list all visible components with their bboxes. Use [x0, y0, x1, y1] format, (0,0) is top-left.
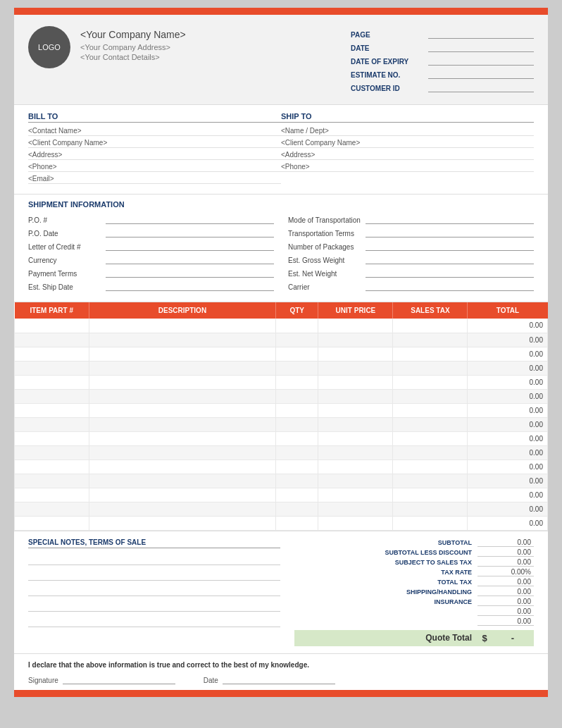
totals-label: SUBTOTAL LESS DISCOUNT [294, 549, 477, 556]
quote-total-row: Quote Total$- [294, 630, 534, 646]
shipment-section: SHIPMENT INFORMATION P.O. #P.O. DateLett… [14, 195, 548, 302]
table-cell-total: 0.00 [468, 502, 548, 516]
totals-row: TAX RATE0.00% [294, 568, 534, 576]
table-cell [275, 319, 318, 333]
table-cell [275, 347, 318, 361]
table-cell-total: 0.00 [468, 403, 548, 417]
table-cell-total: 0.00 [468, 319, 548, 333]
table-cell-total: 0.00 [468, 333, 548, 347]
company-address: <Your Company Address> [80, 43, 186, 51]
table-cell-total: 0.00 [468, 347, 548, 361]
header-field-value-line [428, 42, 534, 52]
table-cell [393, 347, 468, 361]
header-field-date: DATE [351, 42, 534, 52]
table-row: 0.00 [15, 445, 548, 459]
table-cell-total: 0.00 [468, 488, 548, 502]
table-cell [89, 474, 275, 488]
totals-col: SUBTOTAL0.00SUBTOTAL LESS DISCOUNT0.00SU… [294, 538, 534, 646]
shipment-left-row: P.O. Date [28, 228, 274, 237]
shipment-value-line [366, 281, 534, 291]
table-cell [318, 403, 393, 417]
totals-label: SUBJECT TO SALES TAX [294, 559, 477, 566]
shipment-title: SHIPMENT INFORMATION [28, 200, 534, 209]
totals-label: INSURANCE [294, 598, 477, 605]
table-row: 0.00 [15, 431, 548, 445]
table-row: 0.00 [15, 488, 548, 502]
table-cell [275, 375, 318, 389]
table-header-unit-price: UNIT PRICE [318, 302, 393, 319]
table-header-total: TOTAL [468, 302, 548, 319]
company-info: <Your Company Name> <Your Company Addres… [80, 26, 186, 63]
table-cell [275, 516, 318, 530]
company-name: <Your Company Name> [80, 29, 186, 40]
table-cell [393, 333, 468, 347]
table-cell [15, 375, 89, 389]
footer-section: I declare that the above information is … [14, 653, 548, 690]
totals-label: SUBTOTAL [294, 539, 477, 546]
totals-value: 0.00 [477, 548, 534, 557]
table-cell [89, 488, 275, 502]
table-cell [275, 474, 318, 488]
header-right: PAGEDATEDATE OF EXPIRYESTIMATE NO.CUSTOM… [351, 26, 534, 96]
items-body: 0.000.000.000.000.000.000.000.000.000.00… [15, 319, 548, 530]
footer-declaration: I declare that the above information is … [28, 661, 534, 669]
table-row: 0.00 [15, 375, 548, 389]
table-row: 0.00 [15, 347, 548, 361]
table-cell [393, 403, 468, 417]
table-cell [318, 474, 393, 488]
table-cell [15, 474, 89, 488]
table-cell [318, 417, 393, 431]
table-cell [89, 361, 275, 375]
shipment-value-line [366, 268, 534, 278]
shipment-label: Number of Packages [288, 243, 366, 251]
ship-to-title: SHIP TO [281, 112, 534, 123]
shipment-label: Currency [28, 257, 106, 264]
table-cell [393, 488, 468, 502]
header-field-page: PAGE [351, 29, 534, 39]
signature-line [63, 674, 175, 684]
shipment-right-col: Mode of TransportationTransportation Ter… [288, 214, 534, 295]
table-cell-total: 0.00 [468, 516, 548, 530]
table-cell [15, 502, 89, 516]
table-row: 0.00 [15, 333, 548, 347]
notes-line [28, 568, 280, 581]
totals-row: INSURANCE0.00 [294, 598, 534, 606]
table-cell [393, 445, 468, 459]
totals-value: 0.00 [477, 538, 534, 547]
shipment-label: Mode of Transportation [288, 216, 366, 224]
table-cell [393, 319, 468, 333]
table-cell [89, 445, 275, 459]
table-header-item-part-#: ITEM PART # [15, 302, 89, 319]
shipment-value-line [366, 228, 534, 237]
items-table: ITEM PART #DESCRIPTIONQTYUNIT PRICESALES… [14, 302, 548, 531]
quote-total-label: Quote Total [294, 633, 477, 643]
table-cell [318, 445, 393, 459]
shipment-value-line [366, 214, 534, 224]
bottom-bar [14, 690, 548, 697]
header-field-value-line [428, 29, 534, 39]
bill-to-title: BILL TO [28, 112, 281, 123]
table-cell [15, 431, 89, 445]
totals-label: TAX RATE [294, 569, 477, 576]
totals-value: 0.00 [477, 588, 534, 596]
shipment-right-row: Est. Gross Weight [288, 254, 534, 264]
table-cell [318, 347, 393, 361]
table-cell [275, 333, 318, 347]
shipment-left-row: Currency [28, 254, 274, 264]
shipment-label: Carrier [288, 283, 366, 291]
table-cell [89, 333, 275, 347]
totals-row: SUBTOTAL LESS DISCOUNT0.00 [294, 548, 534, 557]
shipment-label: P.O. Date [28, 230, 106, 237]
table-cell [89, 389, 275, 403]
table-cell [393, 417, 468, 431]
shipment-left-row: P.O. # [28, 214, 274, 224]
bill-to-field: <Phone> [28, 163, 281, 172]
totals-row: 0.00 [294, 617, 534, 626]
table-cell-total: 0.00 [468, 375, 548, 389]
table-cell [275, 431, 318, 445]
table-cell [393, 361, 468, 375]
table-cell [89, 516, 275, 530]
table-cell [15, 445, 89, 459]
table-row: 0.00 [15, 502, 548, 516]
bill-to-field: <Address> [28, 151, 281, 160]
